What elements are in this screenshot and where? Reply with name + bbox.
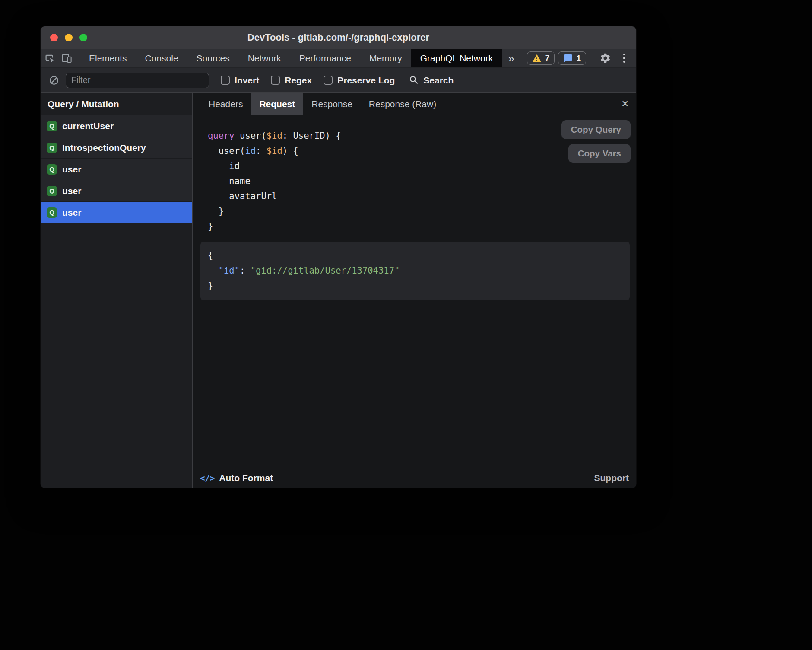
settings-button[interactable] <box>597 51 613 66</box>
code-line: } <box>208 219 341 234</box>
chat-bubble-icon <box>563 54 573 63</box>
devtools-tabbar: ElementsConsoleSourcesNetworkPerformance… <box>41 49 636 68</box>
invert-checkbox-group[interactable]: Invert <box>221 75 259 86</box>
query-list-item[interactable]: QIntrospectionQuery <box>41 137 192 159</box>
warnings-badge[interactable]: 7 <box>527 51 555 65</box>
code-line: query user($id: UserID) { <box>208 128 341 143</box>
detail-tab-headers[interactable]: Headers <box>200 93 251 115</box>
preserve-log-checkbox[interactable] <box>324 76 333 85</box>
main-split: Query / Mutation QcurrentUserQIntrospect… <box>41 93 636 488</box>
query-type-badge: Q <box>47 207 57 218</box>
window-title: DevTools - gitlab.com/-/graphql-explorer <box>41 32 636 43</box>
query-type-badge: Q <box>47 164 57 175</box>
query-name: currentUser <box>62 121 114 131</box>
query-type-badge: Q <box>47 143 57 153</box>
search-button[interactable]: Search <box>409 75 454 86</box>
detail-pane: HeadersRequestResponseResponse (Raw) × q… <box>193 93 636 488</box>
window-titlebar[interactable]: DevTools - gitlab.com/-/graphql-explorer <box>41 26 636 49</box>
search-icon <box>409 75 419 86</box>
filter-toolbar: Invert Regex Preserve Log Search <box>41 68 636 93</box>
code-line: } <box>208 204 341 219</box>
copy-button-stack: Copy Query Copy Vars <box>561 120 631 163</box>
clear-requests-button[interactable] <box>47 73 61 88</box>
request-variables-panel: { "id": "gid://gitlab/User/13704317"} <box>200 242 630 300</box>
tab-elements[interactable]: Elements <box>80 49 136 67</box>
query-list-item[interactable]: Quser <box>41 202 192 223</box>
desktop-background: DevTools - gitlab.com/-/graphql-explorer… <box>0 0 812 650</box>
detail-tabs-row: HeadersRequestResponseResponse (Raw) × <box>193 93 636 115</box>
detail-tab-request[interactable]: Request <box>251 93 303 115</box>
auto-format-button[interactable]: Auto Format <box>219 473 273 483</box>
query-list-item[interactable]: Quser <box>41 159 192 180</box>
copy-query-button[interactable]: Copy Query <box>561 120 631 139</box>
code-line: } <box>208 278 630 293</box>
block-icon <box>48 75 60 86</box>
issues-badge[interactable]: 1 <box>558 51 586 65</box>
status-bar: </> Auto Format Support <box>193 468 636 488</box>
code-line: avatarUrl <box>208 189 341 204</box>
code-line: { <box>208 248 630 263</box>
inspect-cursor-icon <box>44 52 55 64</box>
query-name: user <box>62 207 81 218</box>
support-link[interactable]: Support <box>594 473 629 483</box>
preserve-log-label: Preserve Log <box>337 75 395 86</box>
query-name: IntrospectionQuery <box>62 143 146 153</box>
invert-label: Invert <box>235 75 259 86</box>
tab-network[interactable]: Network <box>239 49 290 67</box>
query-list: QcurrentUserQIntrospectionQueryQuserQuse… <box>41 115 192 223</box>
kebab-dot <box>623 61 625 63</box>
invert-checkbox[interactable] <box>221 76 230 85</box>
tab-performance[interactable]: Performance <box>290 49 360 67</box>
query-type-badge: Q <box>47 121 57 131</box>
request-variables-code: { "id": "gid://gitlab/User/13704317"} <box>200 242 630 293</box>
warning-count: 7 <box>545 54 550 63</box>
query-list-item[interactable]: Quser <box>41 180 192 202</box>
device-toolbar-button[interactable] <box>58 49 75 68</box>
query-list-header: Query / Mutation <box>41 93 192 115</box>
inspect-element-button[interactable] <box>41 49 58 68</box>
tab-console[interactable]: Console <box>136 49 187 67</box>
kebab-dot <box>623 54 625 56</box>
query-list-item[interactable]: QcurrentUser <box>41 115 192 137</box>
devtools-tab-strip: ElementsConsoleSourcesNetworkPerformance… <box>80 49 502 67</box>
request-query-code: query user($id: UserID) { user(id: $id) … <box>208 128 341 234</box>
code-brackets-icon: </> <box>200 473 215 483</box>
tab-graphql-network[interactable]: GraphQL Network <box>411 49 502 67</box>
warning-icon <box>532 54 542 63</box>
code-line: id <box>208 159 341 174</box>
detail-tab-strip: HeadersRequestResponseResponse (Raw) <box>200 93 444 115</box>
close-panel-button[interactable]: × <box>622 98 628 110</box>
tab-memory[interactable]: Memory <box>360 49 411 67</box>
query-name: user <box>62 164 81 175</box>
code-line: "id": "gid://gitlab/User/13704317" <box>208 263 630 278</box>
regex-checkbox-group[interactable]: Regex <box>271 75 312 86</box>
query-name: user <box>62 186 81 196</box>
tab-sources[interactable]: Sources <box>187 49 239 67</box>
preserve-log-checkbox-group[interactable]: Preserve Log <box>324 75 395 86</box>
copy-vars-button[interactable]: Copy Vars <box>568 144 631 163</box>
query-type-badge: Q <box>47 186 57 196</box>
regex-checkbox[interactable] <box>271 76 280 85</box>
query-sidebar: Query / Mutation QcurrentUserQIntrospect… <box>41 93 193 488</box>
detail-tab-response-raw[interactable]: Response (Raw) <box>361 93 444 115</box>
toolbar-divider <box>76 53 76 64</box>
code-line: name <box>208 174 341 189</box>
kebab-dot <box>623 57 625 59</box>
request-view: query user($id: UserID) { user(id: $id) … <box>193 115 636 468</box>
device-toolbar-icon <box>61 52 73 64</box>
regex-label: Regex <box>285 75 312 86</box>
more-options-button[interactable] <box>618 51 630 66</box>
devtools-window: DevTools - gitlab.com/-/graphql-explorer… <box>40 26 637 488</box>
gear-icon <box>599 52 611 64</box>
issue-count: 1 <box>576 54 581 63</box>
code-line: user(id: $id) { <box>208 143 341 159</box>
filter-input[interactable] <box>66 73 209 88</box>
tabbar-right-cluster: 7 1 <box>523 51 636 66</box>
detail-tab-response[interactable]: Response <box>303 93 361 115</box>
more-tabs-button[interactable]: » <box>502 49 520 68</box>
search-label: Search <box>423 75 454 86</box>
